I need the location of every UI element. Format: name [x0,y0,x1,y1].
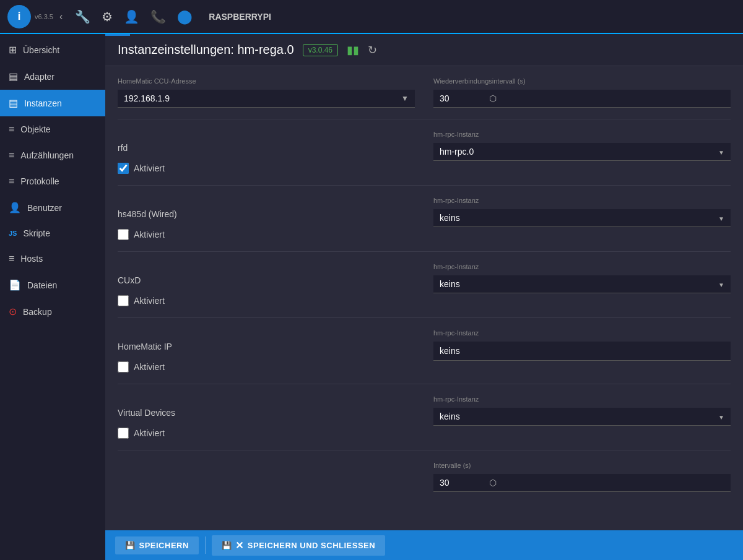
intervalle-col [118,462,415,492]
intervalle-field[interactable]: ⬡ [433,474,731,492]
intervalle-row: Intervalle (s) ⬡ [118,450,731,492]
ccu-address-dropdown-arrow[interactable]: ▼ [401,94,409,103]
hs485d-label: hs485d (Wired) [118,209,415,219]
sidebar-item-skripte[interactable]: JS Skripte [0,221,105,246]
sidebar-label-aufzaehlungen: Aufzählungen [20,150,74,160]
hs485d-hm-rpc-col: hm-rpc-Instanz keins hm-rpc.0 [433,197,731,240]
sidebar-label-uebersicht: Übersicht [23,45,59,55]
rfd-checkbox-wrap: Aktiviert [118,163,415,174]
iobroker-logo-icon[interactable]: ⬤ [177,9,193,25]
reconnect-input[interactable] [440,93,489,103]
rfd-hm-rpc-col: hm-rpc-Instanz hm-rpc.0 keins [433,131,731,174]
version-badge: v3.0.46 [303,44,338,56]
sidebar-label-objekte: Objekte [20,124,50,134]
protokolle-icon: ≡ [9,176,14,187]
cuxd-hm-rpc-select[interactable]: keins hm-rpc.0 [433,275,731,293]
adapter-icon: ▤ [9,71,18,82]
content-area: Instanzeinstellungen: hm-rega.0 v3.0.46 … [105,34,743,560]
sidebar-label-adapter: Adapter [24,72,54,82]
settings-icon[interactable]: ⚙ [102,9,113,24]
pause-button[interactable]: ▮▮ [347,43,359,57]
rfd-col: rfd Aktiviert [118,131,415,174]
sidebar-item-uebersicht[interactable]: ⊞ Übersicht [0,37,105,63]
main-layout: ⊞ Übersicht ▤ Adapter ▤ Instanzen ≡ Obje… [0,34,743,560]
wrench-icon[interactable]: 🔧 [75,9,90,24]
top-bar: i v6.3.5 ‹ 🔧 ⚙ 👤 📞 ⬤ RASPBERRYPI [0,0,743,34]
benutzer-icon: 👤 [9,202,21,213]
hosts-icon: ≡ [9,253,14,264]
instance-header: Instanzeinstellungen: hm-rega.0 v3.0.46 … [105,34,743,66]
virtual-devices-hm-rpc-select[interactable]: keins hm-rpc.0 [433,408,731,426]
homematic-ip-hm-rpc-col: hm-rpc-Instanz keins [433,329,731,373]
ccu-address-field[interactable]: ▼ [118,90,415,108]
reconnect-label: Wiederverbindungsintervall (s) [433,77,731,85]
cuxd-hm-rpc-label: hm-rpc-Instanz [433,263,731,270]
save-button[interactable]: 💾 SPEICHERN [115,536,199,554]
virtual-devices-label: Virtual Devices [118,408,415,418]
instanzen-icon: ▤ [9,97,18,109]
save-close-label: SPEICHERN UND SCHLIESSEN [248,541,375,550]
homematic-ip-label: HomeMatic IP [118,342,415,351]
virtual-devices-hm-rpc-label: hm-rpc-Instanz [433,395,731,403]
intervalle-spinner-icon[interactable]: ⬡ [489,478,497,488]
cuxd-hm-rpc-col: hm-rpc-Instanz keins hm-rpc.0 [433,263,731,306]
hs485d-hm-rpc-select-wrap: keins hm-rpc.0 [433,209,731,227]
close-icon: ✕ [235,540,244,551]
cuxd-col: CUxD Aktiviert [118,263,415,306]
sidebar-item-dateien[interactable]: 📄 Dateien [0,272,105,298]
intervalle-input[interactable] [440,478,489,488]
save-close-button[interactable]: 💾 ✕ SPEICHERN UND SCHLIESSEN [212,535,385,556]
intervalle-label: Intervalle (s) [433,462,731,469]
sidebar-item-protokolle[interactable]: ≡ Protokolle [0,168,105,194]
sidebar-label-skripte: Skripte [23,228,50,238]
app-logo: i [7,5,31,28]
cuxd-row: CUxD Aktiviert hm-rpc-Instanz keins hm-r… [118,252,731,318]
rfd-aktiviert-label: Aktiviert [134,163,165,173]
virtual-devices-checkbox-wrap: Aktiviert [118,428,415,439]
backup-icon: ⊙ [9,306,17,317]
cuxd-label: CUxD [118,275,415,285]
cuxd-aktiviert-label: Aktiviert [134,296,165,306]
cuxd-checkbox[interactable] [118,295,129,306]
rfd-checkbox[interactable] [118,163,129,174]
homematic-ip-row: HomeMatic IP Aktiviert hm-rpc-Instanz ke… [118,318,731,384]
sidebar-label-benutzer: Benutzer [27,203,62,213]
reconnect-field[interactable]: ⬡ [433,90,731,108]
sidebar-item-adapter[interactable]: ▤ Adapter [0,63,105,90]
hs485d-row: hs485d (Wired) Aktiviert hm-rpc-Instanz … [118,186,731,252]
rfd-hm-rpc-select[interactable]: hm-rpc.0 keins [433,143,731,161]
sidebar-item-hosts[interactable]: ≡ Hosts [0,246,105,272]
rfd-label: rfd [118,143,415,153]
top-icons: 🔧 ⚙ 👤 📞 ⬤ RASPBERRYPI [75,9,736,25]
refresh-button[interactable]: ↻ [368,43,377,57]
homematic-ip-hm-rpc-display: keins [433,342,731,361]
instance-title: Instanzeinstellungen: hm-rega.0 [118,43,294,57]
reconnect-spinner-icon[interactable]: ⬡ [489,93,497,103]
phone-icon[interactable]: 📞 [150,9,166,24]
hs485d-hm-rpc-select[interactable]: keins hm-rpc.0 [433,209,731,227]
sidebar-label-hosts: Hosts [20,254,43,264]
save-close-disk-icon: 💾 [222,541,232,550]
sidebar-item-instanzen[interactable]: ▤ Instanzen [0,90,105,116]
sidebar-item-aufzaehlungen[interactable]: ≡ Aufzählungen [0,142,105,168]
ccu-address-input[interactable] [124,93,401,103]
collapse-sidebar-button[interactable]: ‹ [59,11,63,22]
save-icon: 💾 [125,541,136,550]
cuxd-checkbox-wrap: Aktiviert [118,295,415,306]
hs485d-checkbox[interactable] [118,229,129,240]
virtual-devices-aktiviert-label: Aktiviert [134,428,165,438]
virtual-devices-col: Virtual Devices Aktiviert [118,395,415,439]
hostname-label: RASPBERRYPI [209,12,271,22]
sidebar-item-backup[interactable]: ⊙ Backup [0,298,105,325]
homematic-ip-aktiviert-label: Aktiviert [134,362,165,372]
user-icon[interactable]: 👤 [124,9,139,24]
rfd-hm-rpc-label: hm-rpc-Instanz [433,131,731,138]
sidebar-item-benutzer[interactable]: 👤 Benutzer [0,194,105,221]
homematic-ip-checkbox[interactable] [118,361,129,373]
sidebar-item-objekte[interactable]: ≡ Objekte [0,116,105,142]
virtual-devices-checkbox[interactable] [118,428,129,439]
reconnect-col: Wiederverbindungsintervall (s) ⬡ [433,77,731,108]
skripte-icon: JS [9,230,17,237]
sidebar-label-protokolle: Protokolle [20,176,59,186]
app-version: v6.3.5 [35,13,53,20]
